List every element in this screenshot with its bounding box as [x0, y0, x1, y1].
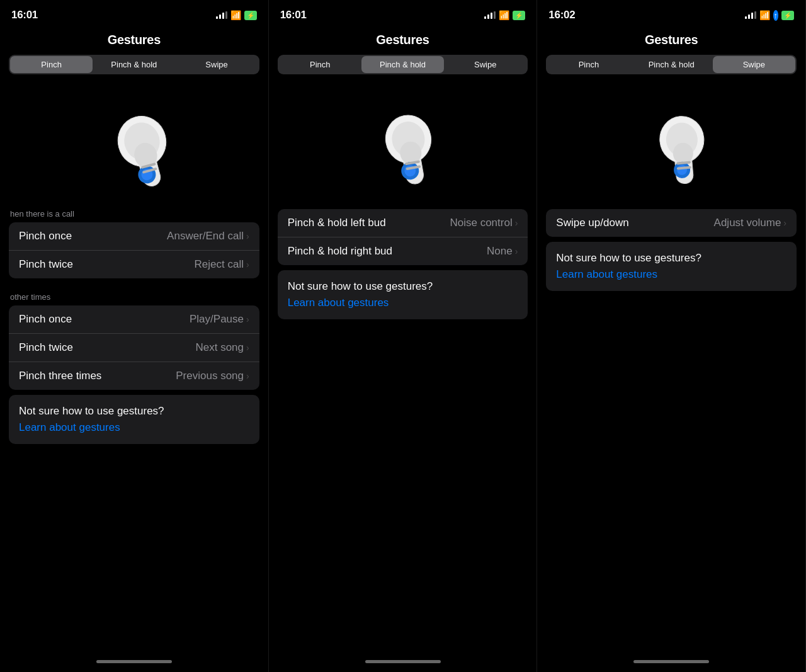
chevron-icon: › [515, 246, 518, 256]
row-label-pinch-twice-call: Pinch twice [19, 258, 73, 271]
chevron-icon: › [515, 218, 518, 228]
learn-gestures-link-1[interactable]: Learn about gestures [19, 421, 249, 434]
signal-icon-3 [745, 11, 756, 19]
home-bar-2 [365, 660, 441, 663]
screen-3: 16:02 📶 ↑ ⚡ Gestures Pinch Pinch & hold … [537, 0, 806, 672]
location-icon-3: ↑ [773, 10, 779, 21]
row-left-bud[interactable]: Pinch & hold left bud Noise control › [278, 209, 528, 237]
home-indicator-3 [537, 651, 805, 672]
row-swipe-updown[interactable]: Swipe up/down Adjust volume › [546, 209, 797, 237]
content-3: Swipe up/down Adjust volume › Not sure h… [537, 200, 805, 672]
chevron-icon: › [783, 218, 786, 228]
row-pinch-once-call[interactable]: Pinch once Answer/End call › [9, 222, 259, 251]
battery-icon-1: ⚡ [244, 11, 257, 20]
row-pinch-three-other[interactable]: Pinch three times Previous song › [9, 362, 259, 390]
content-2: Pinch & hold left bud Noise control › Pi… [269, 200, 537, 672]
battery-icon-2: ⚡ [513, 11, 525, 20]
page-title-1: Gestures [0, 28, 268, 55]
status-icons-3: 📶 ↑ ⚡ [745, 10, 795, 21]
tab-pinch-hold-2[interactable]: Pinch & hold [361, 56, 444, 73]
help-text-3: Not sure how to use gestures? [556, 252, 786, 265]
segmented-control-3: Pinch Pinch & hold Swipe [546, 55, 797, 74]
group-call-1: Pinch once Answer/End call › Pinch twice… [9, 222, 259, 278]
signal-icon-2 [484, 11, 496, 19]
help-section-2: Not sure how to use gestures? Learn abou… [278, 270, 528, 319]
battery-icon-3: ⚡ [781, 11, 794, 20]
status-icons-2: 📶 ⚡ [484, 10, 525, 20]
airpod-svg-3 [621, 87, 722, 188]
row-label-pinch-twice-other: Pinch twice [19, 341, 73, 354]
tab-pinch-hold-3[interactable]: Pinch & hold [630, 56, 713, 73]
row-value-left-bud: Noise control › [450, 217, 518, 229]
page-title-2: Gestures [269, 28, 537, 55]
row-pinch-twice-call[interactable]: Pinch twice Reject call › [9, 251, 259, 278]
row-value-pinch-three-other: Previous song › [176, 370, 249, 382]
help-section-1: Not sure how to use gestures? Learn abou… [9, 395, 259, 444]
row-label-pinch-three-other: Pinch three times [19, 370, 101, 382]
row-label-swipe-updown: Swipe up/down [556, 217, 628, 229]
signal-icon-1 [216, 11, 227, 19]
section-label-other-1: other times [0, 283, 268, 305]
airpod-image-1 [0, 74, 268, 200]
wifi-icon-1: 📶 [230, 10, 241, 20]
screen-1: 16:01 📶 ⚡ Gestures Pinch Pinch & hold Sw… [0, 0, 269, 672]
content-1: hen there is a call Pinch once Answer/En… [0, 200, 268, 672]
status-bar-1: 16:01 📶 ⚡ [0, 0, 268, 28]
section-label-call-1: hen there is a call [0, 200, 268, 222]
row-value-pinch-once-call: Answer/End call › [167, 230, 249, 242]
group-swipe-3: Swipe up/down Adjust volume › [546, 209, 797, 237]
group-pinch-hold-2: Pinch & hold left bud Noise control › Pi… [278, 209, 528, 265]
row-value-pinch-twice-other: Next song › [195, 341, 249, 354]
group-other-1: Pinch once Play/Pause › Pinch twice Next… [9, 305, 259, 390]
airpod-svg-1 [84, 87, 184, 188]
row-label-pinch-once-other: Pinch once [19, 313, 72, 326]
tab-swipe-3[interactable]: Swipe [713, 56, 795, 73]
chevron-icon: › [246, 231, 249, 241]
wifi-icon-2: 📶 [499, 10, 509, 20]
tab-pinch-3[interactable]: Pinch [547, 56, 630, 73]
status-icons-1: 📶 ⚡ [216, 10, 257, 20]
home-indicator-2 [269, 651, 537, 672]
tab-swipe-1[interactable]: Swipe [175, 56, 258, 73]
wifi-icon-3: 📶 [759, 10, 770, 20]
airpod-svg-2 [353, 87, 453, 188]
row-right-bud[interactable]: Pinch & hold right bud None › [278, 237, 528, 265]
home-indicator-1 [0, 651, 268, 672]
time-1: 16:01 [11, 9, 38, 21]
learn-gestures-link-3[interactable]: Learn about gestures [556, 268, 786, 281]
row-label-pinch-once-call: Pinch once [19, 230, 72, 242]
time-2: 16:01 [280, 9, 307, 21]
status-bar-3: 16:02 📶 ↑ ⚡ [537, 0, 805, 28]
status-bar-2: 16:01 📶 ⚡ [269, 0, 537, 28]
help-text-2: Not sure how to use gestures? [288, 280, 518, 293]
screen-2: 16:01 📶 ⚡ Gestures Pinch Pinch & hold Sw… [269, 0, 538, 672]
row-value-pinch-once-other: Play/Pause › [190, 313, 249, 326]
tab-swipe-2[interactable]: Swipe [444, 56, 526, 73]
chevron-icon: › [246, 371, 249, 381]
row-label-right-bud: Pinch & hold right bud [288, 245, 392, 258]
help-section-3: Not sure how to use gestures? Learn abou… [546, 242, 797, 291]
row-pinch-twice-other[interactable]: Pinch twice Next song › [9, 334, 259, 362]
page-title-3: Gestures [537, 28, 805, 55]
row-value-right-bud: None › [487, 245, 518, 258]
row-value-swipe-updown: Adjust volume › [714, 217, 786, 229]
time-3: 16:02 [548, 9, 575, 21]
chevron-icon: › [246, 343, 249, 353]
tab-pinch-2[interactable]: Pinch [279, 56, 361, 73]
chevron-icon: › [246, 314, 249, 324]
tab-pinch-1[interactable]: Pinch [10, 56, 93, 73]
home-bar-3 [633, 660, 709, 663]
row-value-pinch-twice-call: Reject call › [195, 258, 249, 271]
learn-gestures-link-2[interactable]: Learn about gestures [288, 297, 518, 309]
segmented-control-2: Pinch Pinch & hold Swipe [278, 55, 528, 74]
help-text-1: Not sure how to use gestures? [19, 405, 249, 418]
row-pinch-once-other[interactable]: Pinch once Play/Pause › [9, 305, 259, 334]
chevron-icon: › [246, 259, 249, 270]
tab-pinch-hold-1[interactable]: Pinch & hold [93, 56, 175, 73]
home-bar-1 [96, 660, 172, 663]
airpod-image-2 [269, 74, 537, 200]
segmented-control-1: Pinch Pinch & hold Swipe [9, 55, 259, 74]
airpod-image-3 [537, 74, 805, 200]
row-label-left-bud: Pinch & hold left bud [288, 217, 386, 229]
